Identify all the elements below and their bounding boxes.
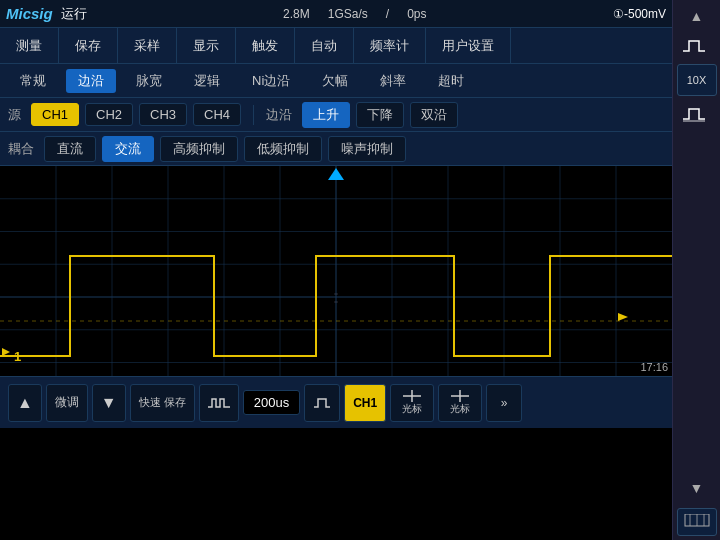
sub-menu-bar: 常规 边沿 脉宽 逻辑 Ni边沿 欠幅 斜率 超时 [0, 64, 672, 98]
right-panel: ▲ 10X ▼ [672, 0, 720, 540]
edge-both[interactable]: 双沿 [410, 102, 458, 128]
menu-measure[interactable]: 测量 [0, 28, 59, 63]
menu-sample[interactable]: 采样 [118, 28, 177, 63]
wave-icon-right[interactable] [304, 384, 340, 422]
edge-label: 边沿 [266, 106, 292, 124]
right-down-arrow[interactable]: ▼ [686, 476, 708, 500]
sample-rate-display: 1GSa/s [328, 7, 368, 21]
sub-timeout[interactable]: 超时 [426, 69, 476, 93]
coupling-bar: 耦合 直流 交流 高频抑制 低频抑制 噪声抑制 [0, 132, 672, 166]
ch2-button[interactable]: CH2 [85, 103, 133, 126]
pulse-icon-2[interactable] [679, 100, 715, 128]
sub-logic[interactable]: 逻辑 [182, 69, 232, 93]
menu-user-settings[interactable]: 用户设置 [426, 28, 511, 63]
svg-marker-22 [2, 348, 10, 356]
sub-underamp[interactable]: 欠幅 [310, 69, 360, 93]
coup-lf[interactable]: 低频抑制 [244, 136, 322, 162]
source-label: 源 [8, 106, 21, 124]
sub-pulse[interactable]: 脉宽 [124, 69, 174, 93]
time-value-display: 200us [243, 390, 300, 415]
right-up-arrow[interactable]: ▲ [686, 4, 708, 28]
ch3-button[interactable]: CH3 [139, 103, 187, 126]
ch1-label: 1 [14, 349, 21, 364]
ch1-button[interactable]: CH1 [31, 103, 79, 126]
sub-edge[interactable]: 边沿 [66, 69, 116, 93]
coup-ac[interactable]: 交流 [102, 136, 154, 162]
up-arrow-button[interactable]: ▲ [8, 384, 42, 422]
svg-marker-23 [618, 313, 628, 321]
quick-save-button[interactable]: 快速 保存 [130, 384, 195, 422]
coupling-label: 耦合 [8, 140, 34, 158]
coup-hf[interactable]: 高频抑制 [160, 136, 238, 162]
svg-marker-21 [328, 168, 344, 180]
main-menu-bar: 测量 保存 采样 显示 触发 自动 频率计 用户设置 [0, 28, 672, 64]
menu-save[interactable]: 保存 [59, 28, 118, 63]
coup-dc[interactable]: 直流 [44, 136, 96, 162]
divider-slash: / [386, 7, 389, 21]
ch4-button[interactable]: CH4 [193, 103, 241, 126]
edge-falling[interactable]: 下降 [356, 102, 404, 128]
display-mode-btn[interactable] [677, 508, 717, 536]
sub-normal[interactable]: 常规 [8, 69, 58, 93]
bottom-toolbar: ▲ 微调 ▼ 快速 保存 200us CH1 光标 光标 [0, 376, 672, 428]
menu-freq-counter[interactable]: 频率计 [354, 28, 426, 63]
coup-noise[interactable]: 噪声抑制 [328, 136, 406, 162]
channel-bar: 源 CH1 CH2 CH3 CH4 边沿 上升 下降 双沿 [0, 98, 672, 132]
trigger-info: ①-500mV [613, 7, 666, 21]
wave-icon-left[interactable] [199, 384, 239, 422]
sub-ni-edge[interactable]: Ni边沿 [240, 69, 302, 93]
expand-button[interactable]: » [486, 384, 522, 422]
edge-rising[interactable]: 上升 [302, 102, 350, 128]
run-status: 运行 [61, 5, 87, 23]
header-info: 2.8M 1GSa/s / 0ps [107, 7, 613, 21]
cursor1-button[interactable]: 光标 [390, 384, 434, 422]
menu-trigger[interactable]: 触发 [236, 28, 295, 63]
bandwidth-display: 2.8M [283, 7, 310, 21]
time-offset-display: 0ps [407, 7, 426, 21]
timestamp: 17:16 [640, 361, 668, 373]
down-arrow-button[interactable]: ▼ [92, 384, 126, 422]
header-bar: Micsig 运行 2.8M 1GSa/s / 0ps ①-500mV [0, 0, 672, 28]
logo: Micsig [6, 5, 53, 22]
fine-tune-label[interactable]: 微调 [46, 384, 88, 422]
pulse-icon-1[interactable] [679, 32, 715, 60]
cursor2-button[interactable]: 光标 [438, 384, 482, 422]
divider [253, 105, 254, 125]
menu-auto[interactable]: 自动 [295, 28, 354, 63]
menu-display[interactable]: 显示 [177, 28, 236, 63]
sub-slope[interactable]: 斜率 [368, 69, 418, 93]
probe-10x[interactable]: 10X [677, 64, 717, 96]
ch1-indicator[interactable]: CH1 [344, 384, 386, 422]
